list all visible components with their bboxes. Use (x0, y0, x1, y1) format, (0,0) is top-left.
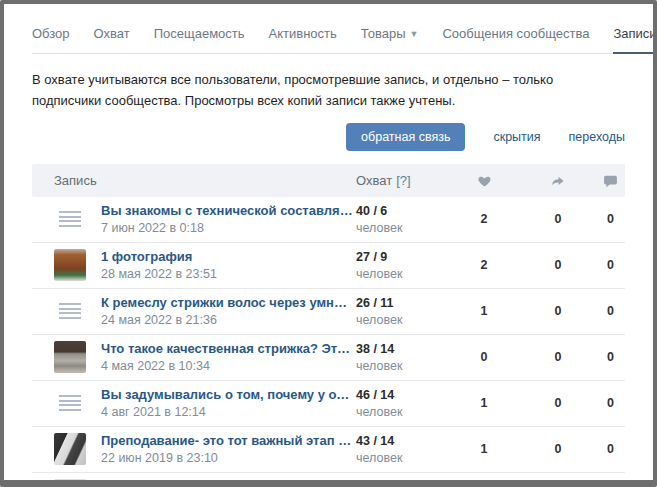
text-post-icon (59, 211, 81, 227)
reach-cell: 27 / 9 человек (356, 250, 448, 281)
comments-count: 0 (596, 212, 625, 226)
post-date: 7 июн 2022 в 0:18 (101, 221, 356, 235)
chevron-down-icon: ▼ (410, 29, 419, 39)
comments-count: 0 (596, 396, 625, 410)
reach-value: 46 / 14 (356, 388, 448, 402)
shares-count: 0 (520, 442, 596, 456)
reach-value: 38 / 14 (356, 342, 448, 356)
post-cell: Вы знакомы с технической составляю... 7 … (54, 203, 356, 235)
reach-value: 27 / 9 (356, 250, 448, 264)
reach-value: 26 / 11 (356, 296, 448, 310)
reach-description: В охвате учитываются все пользователи, п… (32, 70, 625, 112)
text-post-icon (59, 303, 81, 319)
shares-count: 0 (520, 212, 596, 226)
table-row: Вы задумывались о том, почему у одно... … (32, 381, 625, 427)
shares-column-header (520, 172, 596, 188)
tab-6[interactable]: Сообщения сообщества▼ (442, 26, 589, 41)
post-thumbnail (54, 341, 86, 373)
post-title-link[interactable]: Вы задумывались о том, почему у одно... (101, 387, 356, 402)
post-title-link[interactable]: Вы знакомы с технической составляю... (101, 203, 356, 218)
comments-count: 0 (596, 258, 625, 272)
stats-window: Обзор▼Охват▼Посещаемость▼Активность▼Това… (0, 0, 657, 487)
reach-cell: 40 / 6 человек (356, 204, 448, 235)
post-cell: Преподавание- это тот важный этап в п...… (54, 433, 356, 465)
likes-count: 0 (448, 350, 520, 364)
shares-count: 0 (520, 258, 596, 272)
table-row: Вы знакомы с технической составляю... 7 … (32, 197, 625, 243)
text-post-icon (59, 395, 81, 411)
post-column-header: Запись (54, 173, 356, 188)
comments-column-header (596, 172, 625, 188)
post-title-link[interactable]: К ремеслу стрижки волос через умный, ... (101, 295, 356, 310)
reach-value: 43 / 14 (356, 434, 448, 448)
reach-unit: человек (356, 451, 448, 465)
table-row: 1 фотография 28 мая 2022 в 23:51 27 / 9 … (32, 243, 625, 289)
stats-tabbar: Обзор▼Охват▼Посещаемость▼Активность▼Това… (32, 4, 625, 54)
reach-cell: 38 / 13 человек (356, 480, 448, 487)
posts-table-body: Вы знакомы с технической составляю... 7 … (32, 197, 625, 487)
likes-count: 1 (448, 304, 520, 318)
comments-count: 0 (596, 304, 625, 318)
post-cell: 1 фотография 28 мая 2022 в 23:51 (54, 249, 356, 281)
post-title-link[interactable]: Преподавание- это тот важный этап в п... (101, 433, 356, 448)
likes-count: 1 (448, 442, 520, 456)
table-row: Что такое качественная стрижка? Это с...… (32, 335, 625, 381)
feedback-filter-button[interactable]: обратная связь (346, 123, 465, 151)
likes-column-header (448, 172, 520, 188)
comments-count: 0 (596, 350, 625, 364)
post-date: 4 мая 2022 в 10:34 (101, 359, 356, 373)
likes-count: 1 (448, 396, 520, 410)
share-icon (550, 174, 566, 188)
table-row: Преподавание- это тот важный этап в п...… (32, 427, 625, 473)
post-date: 4 авг 2021 в 12:14 (101, 405, 356, 419)
reach-column-header: Охват[?] (356, 173, 448, 188)
transitions-filter-button[interactable]: переходы (569, 130, 625, 144)
tab-1[interactable]: Обзор▼ (32, 26, 70, 41)
post-thumbnail (54, 249, 86, 281)
reach-unit: человек (356, 405, 448, 419)
filter-buttons: обратная связь скрытия переходы (32, 123, 625, 151)
tab-3[interactable]: Посещаемость▼ (154, 26, 245, 41)
post-cell: Вы задумывались о том, почему у одно... … (54, 387, 356, 419)
reach-value: 40 / 6 (356, 204, 448, 218)
posts-table: Запись Охват[?] Вы знакомы с технической… (32, 164, 625, 487)
hidden-filter-button[interactable]: скрытия (493, 130, 540, 144)
reach-unit: человек (356, 267, 448, 281)
reach-cell: 38 / 14 человек (356, 342, 448, 373)
post-title-link[interactable]: 1 фотография (101, 479, 204, 487)
post-title-link[interactable]: Что такое качественная стрижка? Это с... (101, 341, 356, 356)
table-row: К ремеслу стрижки волос через умный, ...… (32, 289, 625, 335)
reach-cell: 46 / 14 человек (356, 388, 448, 419)
comment-icon (603, 174, 618, 188)
tab-2[interactable]: Охват▼ (94, 26, 130, 41)
likes-count: 2 (448, 212, 520, 226)
reach-value: 38 / 13 (356, 480, 448, 487)
reach-unit: человек (356, 313, 448, 327)
reach-unit: человек (356, 221, 448, 235)
post-date: 24 мая 2022 в 21:36 (101, 313, 356, 327)
reach-help-link[interactable]: [?] (396, 173, 410, 188)
reach-unit: человек (356, 359, 448, 373)
post-cell: К ремеслу стрижки волос через умный, ...… (54, 295, 356, 327)
reach-cell: 26 / 11 человек (356, 296, 448, 327)
shares-count: 0 (520, 350, 596, 364)
heart-icon (477, 174, 492, 188)
posts-table-header: Запись Охват[?] (32, 164, 625, 197)
post-date: 22 июн 2019 в 23:10 (101, 451, 356, 465)
tab-7[interactable]: Записи▼ (613, 26, 656, 41)
post-cell: Что такое качественная стрижка? Это с...… (54, 341, 356, 373)
tab-5[interactable]: Товары▼ (361, 26, 419, 41)
shares-count: 0 (520, 304, 596, 318)
post-date: 28 мая 2022 в 23:51 (101, 267, 217, 281)
comments-count: 0 (596, 442, 625, 456)
post-title-link[interactable]: 1 фотография (101, 249, 217, 264)
tab-4[interactable]: Активность▼ (269, 26, 337, 41)
post-thumbnail (54, 479, 86, 487)
reach-cell: 43 / 14 человек (356, 434, 448, 465)
post-cell: 1 фотография 6 июн 2019 в 8:52 (54, 479, 356, 487)
shares-count: 0 (520, 396, 596, 410)
post-thumbnail (54, 433, 86, 465)
likes-count: 2 (448, 258, 520, 272)
table-row: 1 фотография 6 июн 2019 в 8:52 38 / 13 ч… (32, 473, 625, 487)
